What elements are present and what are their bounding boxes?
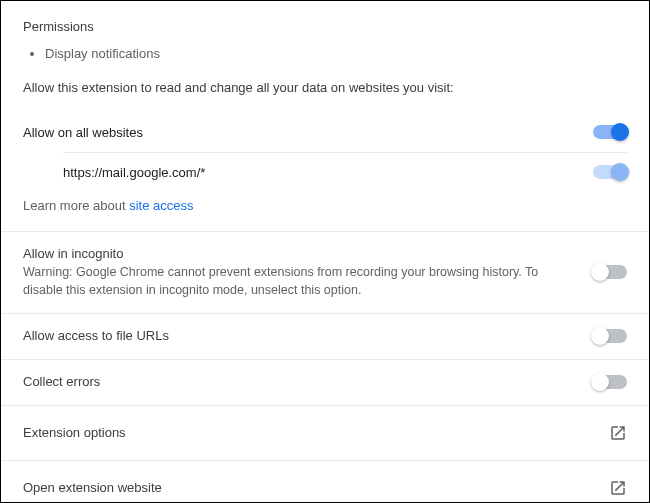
learn-more-text: Learn more about site access <box>23 198 627 213</box>
allow-all-websites-row: Allow on all websites <box>23 113 627 152</box>
site-access-link[interactable]: site access <box>129 198 193 213</box>
collect-errors-toggle[interactable] <box>593 375 627 389</box>
allow-file-urls-title: Allow access to file URLs <box>23 328 573 343</box>
open-in-new-icon <box>609 479 627 497</box>
open-extension-website-label: Open extension website <box>23 480 162 495</box>
open-in-new-icon <box>609 424 627 442</box>
allow-incognito-toggle[interactable] <box>593 265 627 279</box>
allow-incognito-desc: Warning: Google Chrome cannot prevent ex… <box>23 263 573 299</box>
site-toggle[interactable] <box>593 165 627 179</box>
allow-incognito-row: Allow in incognito Warning: Google Chrom… <box>1 231 649 313</box>
collect-errors-title: Collect errors <box>23 374 573 389</box>
learn-more-prefix: Learn more about <box>23 198 129 213</box>
site-row: https://mail.google.com/* <box>63 153 627 192</box>
extension-options-row[interactable]: Extension options <box>1 405 649 460</box>
permissions-heading: Permissions <box>23 19 627 34</box>
permissions-list: Display notifications <box>23 44 627 64</box>
allow-incognito-title: Allow in incognito <box>23 246 573 261</box>
extension-options-label: Extension options <box>23 425 126 440</box>
allow-file-urls-toggle[interactable] <box>593 329 627 343</box>
site-url: https://mail.google.com/* <box>63 165 205 180</box>
site-access-description: Allow this extension to read and change … <box>23 80 627 95</box>
open-extension-website-row[interactable]: Open extension website <box>1 460 649 503</box>
allow-file-urls-row: Allow access to file URLs <box>1 313 649 359</box>
allow-all-websites-toggle[interactable] <box>593 125 627 139</box>
permission-item: Display notifications <box>45 44 627 64</box>
collect-errors-row: Collect errors <box>1 359 649 405</box>
allow-all-websites-label: Allow on all websites <box>23 125 143 140</box>
